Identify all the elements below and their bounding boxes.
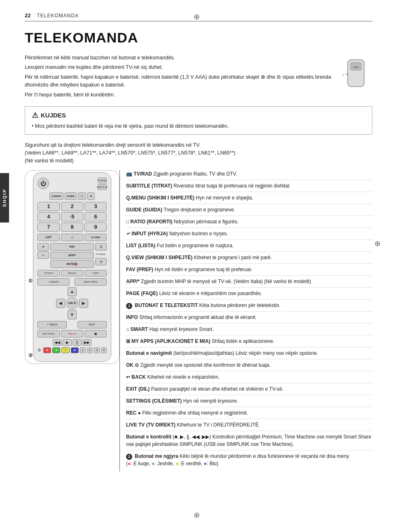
- circle-1: 1: [126, 303, 132, 309]
- ok-button[interactable]: OK⊙: [66, 297, 78, 309]
- intro-text: Përshkrimet në këtë manual bazohen në bu…: [25, 54, 331, 99]
- ratio-button[interactable]: □: [78, 192, 86, 200]
- desc-info: INFO Shfaq informacionin e programit akt…: [126, 314, 372, 323]
- btn-n2[interactable]: 2: [87, 347, 93, 353]
- pause-button[interactable]: ‖: [73, 339, 82, 346]
- num-1[interactable]: 1: [37, 202, 60, 211]
- fav-button[interactable]: FAV: [50, 243, 94, 251]
- topt-button[interactable]: T.OPT: [84, 270, 107, 277]
- info-button[interactable]: INFO⊙: [61, 270, 83, 277]
- num-2[interactable]: 2: [61, 202, 83, 211]
- rec-button[interactable]: REC ●: [61, 330, 83, 337]
- desc-qview: Q.VIEW (SHIKIM I SHPEJTË) Kthehet te pro…: [126, 254, 372, 264]
- mute-button[interactable]: MUTE🔇: [50, 260, 94, 268]
- num-4[interactable]: 4: [37, 212, 60, 221]
- desc-nav: Butonat e navigimit (lart/poshtë/majtas/…: [126, 349, 372, 359]
- tv-rad-button[interactable]: TV/RAD: [98, 178, 107, 183]
- nav-left[interactable]: ◀: [56, 299, 65, 308]
- tttext-button[interactable]: TTTEXT: [37, 270, 60, 277]
- back-row: ↩ BACK EXIT: [37, 321, 107, 328]
- vol-up[interactable]: +: [37, 243, 49, 251]
- warning-title: ⚠ KUJDES: [32, 111, 365, 120]
- desc-page: PAGE (FAQE) Lëviz në ekranin e mëparshëm…: [126, 290, 372, 300]
- page-down[interactable]: ∨: [95, 258, 107, 265]
- remote-control: ⏻ TV/RAD SUBTITLE Q.MENU GUIDE □ ⤶: [33, 172, 111, 362]
- descriptions: 📺 TV/RAD Zgjedh programin Radio, TV dhe …: [119, 170, 372, 472]
- right-crosshair: ⊕: [374, 239, 381, 248]
- page-label: P PAGE: [95, 251, 107, 257]
- desc-myapps: ⊞ MY APPS (APLIKACIONET E MIA) Shfaq lis…: [126, 337, 372, 347]
- content-area: ⏻ TV/RAD SUBTITLE Q.MENU GUIDE □ ⤶: [25, 170, 372, 472]
- side-tab: SHQIP: [0, 173, 9, 223]
- warning-box: ⚠ KUJDES • Mos përdorni bashkë bateri të…: [25, 106, 372, 135]
- desc-ok: OK ⊙ Zgjedh menytë ose opsionet dhe konf…: [126, 361, 372, 371]
- svg-text:ose: ose: [353, 65, 359, 69]
- circle-2: 2: [126, 454, 132, 460]
- page-up[interactable]: ∧: [95, 243, 107, 251]
- settings-row: SETTINGS REC ● ■: [37, 330, 107, 337]
- desc-qmenu: Q.MENU (SHIKIM I SHPEJTË) Hyn në menynë …: [126, 194, 372, 204]
- num-5[interactable]: ·5: [61, 212, 83, 221]
- qview-button[interactable]: Q VIEW: [84, 234, 107, 241]
- desc-back: ↩ BACK Kthehet në nivelin e mëparshëm.: [126, 373, 372, 383]
- intro-line-1: Përshkrimet në këtë manual bazohen në bu…: [25, 54, 331, 62]
- input-button[interactable]: ⤶: [87, 192, 95, 200]
- page-container: SHQIP 22 TELEKOMANDA TELEKOMANDA Përshkr…: [0, 0, 393, 532]
- qmenu-button[interactable]: Q.MENU: [49, 192, 63, 200]
- btn-n1[interactable]: 1: [80, 347, 86, 353]
- desc-rec: REC ● Fillo regjistrimin dhe shfaq menyn…: [126, 409, 372, 419]
- color-blue[interactable]: ●: [71, 347, 79, 353]
- desc-settings: SETTINGS (CILËSIMET) Hyn në menytë kryes…: [126, 397, 372, 407]
- warning-icon: ⚠: [32, 111, 38, 120]
- zero-button[interactable]: ○: [61, 234, 83, 241]
- myapps-button[interactable]: ⊞ MY APPS: [75, 278, 107, 286]
- stop-button[interactable]: ■: [84, 330, 107, 337]
- intro-line-4: Për t'i hequr bateritë, bëni të kundërtë…: [25, 91, 331, 99]
- play-button[interactable]: ▶: [63, 339, 72, 346]
- signal-line-3: (Në varësi të modelit): [25, 157, 372, 165]
- color-green[interactable]: ●: [52, 347, 60, 353]
- vol-buttons: + −: [37, 243, 49, 268]
- rew-button[interactable]: ◀◀: [53, 339, 62, 346]
- nav-up[interactable]: ▲: [68, 287, 77, 296]
- bottom-crosshair: ⊕: [194, 511, 200, 520]
- list-row: LIST ○ Q VIEW: [37, 234, 107, 241]
- desc-teletekst: 1 BUTONAT E TELETEKSTIT Këta butona përd…: [126, 302, 372, 312]
- num-3[interactable]: 3: [84, 202, 107, 211]
- settings-button[interactable]: SETTINGS: [37, 330, 60, 337]
- nav-down[interactable]: ▼: [68, 310, 77, 319]
- main-heading: TELEKOMANDA: [25, 30, 372, 46]
- header-section: TELEKOMANDA: [37, 13, 79, 19]
- desc-color-buttons: 2 Butonat me ngjyra Këto bëjnë të mundur…: [126, 452, 372, 469]
- btn-n4[interactable]: 4: [101, 347, 107, 353]
- smart-button[interactable]: ⌂ SMART: [37, 278, 70, 286]
- circle-2-label: ②: [37, 348, 41, 352]
- guide-button[interactable]: GUIDE: [65, 192, 77, 200]
- color-red[interactable]: ●: [43, 347, 51, 353]
- num-7[interactable]: 7: [37, 223, 60, 232]
- power-button[interactable]: ⏻: [37, 178, 49, 189]
- exit-button[interactable]: EXIT: [77, 321, 107, 328]
- desc-exit: EXIT (DIL) Pastron paraqitjet në ekran d…: [126, 385, 372, 395]
- num-6[interactable]: 6: [84, 212, 107, 221]
- signal-text: Sigurohuni që ta drejtoni telekomandën d…: [25, 141, 372, 165]
- btn-n3[interactable]: 3: [94, 347, 100, 353]
- vol-down[interactable]: −: [37, 251, 49, 259]
- subtitle-button[interactable]: SUBTITLE: [98, 184, 107, 190]
- num-8[interactable]: 8: [61, 223, 83, 232]
- list-button[interactable]: LIST: [37, 234, 60, 241]
- back-button[interactable]: ↩ BACK: [37, 321, 67, 328]
- smart-row: ⌂ SMART ⊞ MY APPS: [37, 278, 107, 286]
- app-button[interactable]: APP/*: [50, 252, 94, 259]
- nav-right[interactable]: ▶: [79, 299, 88, 308]
- color-yellow[interactable]: ●: [61, 347, 69, 353]
- desc-input: ⤶ INPUT (HYRJA) Ndryshon burimin e hyrje…: [126, 230, 372, 240]
- ff-button[interactable]: ▶▶: [82, 339, 91, 346]
- remote-container: ⏻ TV/RAD SUBTITLE Q.MENU GUIDE □ ⤶: [25, 170, 119, 364]
- nav-middle: ◀ OK⊙ ▶: [56, 297, 88, 309]
- top-crosshair: ⊕: [194, 12, 200, 21]
- num-9[interactable]: 9: [84, 223, 107, 232]
- battery-image: ose 1: [339, 54, 372, 99]
- media-row: ◀◀ ▶ ‖ ▶▶: [37, 339, 107, 346]
- tvrad-group: TV/RAD SUBTITLE: [98, 178, 107, 190]
